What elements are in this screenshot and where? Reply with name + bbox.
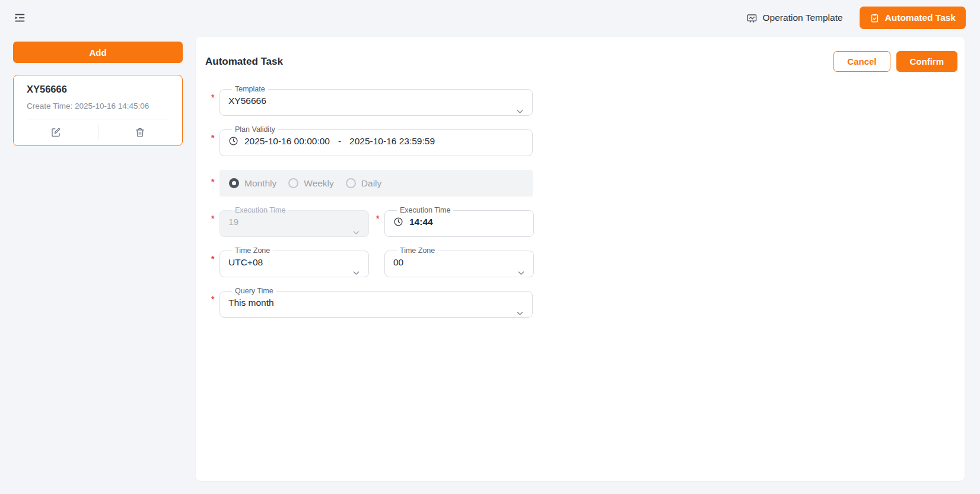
plan-validity-end: 2025-10-16 23:59:59 [349, 136, 435, 147]
required-marker: * [376, 214, 379, 223]
nav-automated-task-label: Automated Task [885, 12, 956, 23]
query-time-label: Query Time [232, 287, 276, 295]
radio-selected-icon [229, 178, 239, 188]
execution-time-value: 14:44 [409, 217, 433, 227]
query-time-select[interactable]: Query Time This month [219, 287, 533, 318]
cancel-button[interactable]: Cancel [833, 51, 890, 72]
plan-validity-label: Plan Validity [232, 125, 278, 134]
template-card-title: XY56666 [14, 84, 182, 95]
radio-daily-label: Daily [361, 178, 381, 189]
template-card[interactable]: XY56666 Create Time: 2025-10-16 14:45:06 [13, 75, 183, 146]
chevron-down-icon [516, 107, 524, 116]
execution-day-label: Execution Time [232, 206, 288, 214]
execution-day-value: 19 [228, 217, 238, 227]
execution-day-select: Execution Time 19 [219, 206, 369, 237]
time-zone-minute-value: 00 [393, 257, 403, 268]
required-marker: * [211, 254, 214, 264]
radio-daily[interactable]: Daily [346, 178, 381, 189]
template-select[interactable]: Template XY56666 [219, 85, 533, 116]
panel-header: Automated Task Cancel Confirm [196, 37, 965, 72]
add-button[interactable]: Add [13, 42, 183, 63]
required-marker: * [211, 294, 214, 304]
plan-validity-picker[interactable]: Plan Validity 2025-10-16 00:00:00 - 2025… [219, 125, 533, 156]
nav-operation-template-label: Operation Template [763, 12, 843, 23]
query-time-value: This month [228, 297, 274, 308]
confirm-button[interactable]: Confirm [896, 51, 958, 72]
template-label: Template [232, 85, 268, 93]
radio-unselected-icon [288, 178, 298, 188]
presentation-chart-icon [746, 12, 758, 24]
template-card-create-time: Create Time: 2025-10-16 14:45:06 [14, 102, 182, 110]
chevron-down-icon [352, 268, 361, 277]
automated-task-form: * Template XY56666 * Plan Validity [196, 72, 965, 318]
page-title: Automated Task [205, 56, 283, 68]
radio-weekly[interactable]: Weekly [288, 178, 334, 189]
time-zone-hour-select[interactable]: Time Zone UTC+08 [219, 246, 369, 277]
frequency-radio-group: Monthly Weekly Daily [219, 170, 533, 197]
delete-template-button[interactable] [98, 119, 183, 145]
required-marker: * [211, 177, 214, 186]
time-zone-minute-select[interactable]: Time Zone 00 [384, 246, 534, 277]
expand-sidebar-icon [13, 11, 26, 24]
time-zone-hour-label: Time Zone [232, 246, 273, 255]
execution-time-label: Execution Time [397, 206, 453, 214]
plan-validity-separator: - [336, 136, 343, 147]
template-value: XY56666 [228, 96, 266, 106]
required-marker: * [211, 214, 214, 223]
main-panel: Automated Task Cancel Confirm * Template… [196, 37, 965, 481]
edit-icon [50, 127, 61, 138]
sidebar: Add XY56666 Create Time: 2025-10-16 14:4… [13, 42, 183, 146]
collapse-sidebar-button[interactable] [11, 9, 28, 27]
radio-monthly-label: Monthly [244, 178, 276, 189]
topbar: Operation Template Automated Task [0, 0, 980, 36]
chevron-down-icon [352, 228, 361, 237]
execution-time-picker[interactable]: Execution Time 14:44 [384, 206, 534, 237]
clock-icon [393, 217, 403, 227]
nav-operation-template[interactable]: Operation Template [746, 12, 843, 24]
clipboard-check-icon [870, 13, 880, 23]
time-zone-hour-value: UTC+08 [228, 257, 263, 268]
chevron-down-icon [516, 309, 524, 318]
required-marker: * [211, 93, 214, 102]
radio-unselected-icon [346, 178, 356, 188]
plan-validity-start: 2025-10-16 00:00:00 [244, 136, 330, 147]
radio-weekly-label: Weekly [304, 178, 334, 189]
radio-monthly[interactable]: Monthly [229, 178, 276, 189]
time-zone-minute-label: Time Zone [397, 246, 438, 255]
chevron-down-icon [517, 268, 526, 277]
edit-template-button[interactable] [14, 119, 98, 145]
clock-icon [228, 136, 238, 146]
delete-icon [135, 127, 145, 138]
nav-automated-task[interactable]: Automated Task [860, 7, 966, 29]
card-actions [14, 119, 182, 145]
required-marker: * [211, 133, 214, 142]
